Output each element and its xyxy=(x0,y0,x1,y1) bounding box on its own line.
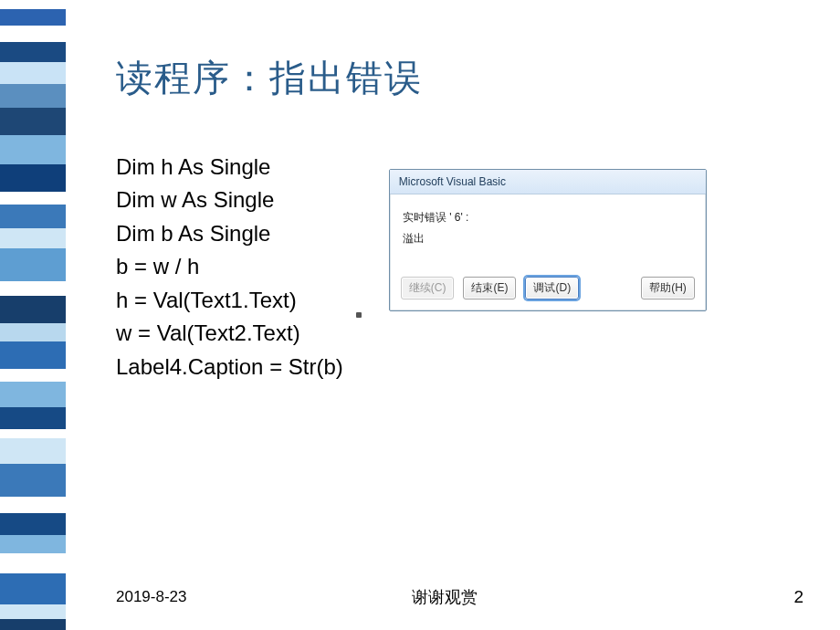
error-code-line: 实时错误 ' 6' : xyxy=(403,207,693,228)
stripe xyxy=(0,135,66,164)
vb-error-dialog: Microsoft Visual Basic 实时错误 ' 6' : 溢出 继续… xyxy=(389,169,707,311)
stripe xyxy=(0,0,66,9)
footer-date: 2019-8-23 xyxy=(116,588,187,606)
stripe xyxy=(0,573,66,604)
stripe xyxy=(0,535,66,553)
stripe xyxy=(0,464,66,497)
footer-center: 谢谢观赏 xyxy=(412,586,478,608)
stripe xyxy=(0,513,66,535)
stripe xyxy=(0,604,66,619)
stripe xyxy=(0,192,66,205)
stripe xyxy=(0,205,66,228)
debug-button[interactable]: 调试(D) xyxy=(525,277,579,299)
bullet-marker xyxy=(356,312,362,318)
slide-body: Dim h As Single Dim w As Single Dim b As… xyxy=(116,151,803,383)
footer-page-number: 2 xyxy=(793,587,803,607)
stripe xyxy=(0,438,66,464)
stripe xyxy=(0,42,66,62)
stripe xyxy=(0,323,66,341)
stripe xyxy=(0,619,66,630)
stripe xyxy=(0,164,66,192)
stripe xyxy=(0,429,66,438)
stripe xyxy=(0,497,66,513)
stripe xyxy=(0,407,66,429)
stripe xyxy=(0,248,66,281)
stripe xyxy=(0,108,66,135)
end-button[interactable]: 结束(E) xyxy=(463,277,516,299)
stripe xyxy=(0,84,66,108)
dialog-title: Microsoft Visual Basic xyxy=(390,170,706,194)
stripe xyxy=(0,9,66,26)
dialog-body: 实时错误 ' 6' : 溢出 xyxy=(390,194,706,268)
stripe xyxy=(0,26,66,42)
slide-footer: 2019-8-23 谢谢观赏 2 xyxy=(66,588,824,606)
code-block: Dim h As Single Dim w As Single Dim b As… xyxy=(116,151,343,383)
stripe xyxy=(0,296,66,323)
stripe xyxy=(0,341,66,369)
decorative-stripes xyxy=(0,0,66,630)
continue-button: 继续(C) xyxy=(401,277,455,299)
stripe xyxy=(0,369,66,382)
help-button[interactable]: 帮助(H) xyxy=(641,277,695,299)
error-message: 溢出 xyxy=(403,228,693,249)
stripe xyxy=(0,62,66,84)
stripe xyxy=(0,281,66,296)
slide-content: 读程序：指出错误 Dim h As Single Dim w As Single… xyxy=(66,0,840,630)
stripe xyxy=(0,228,66,248)
slide-title: 读程序：指出错误 xyxy=(116,53,803,103)
stripe xyxy=(0,553,66,573)
stripe xyxy=(0,382,66,407)
dialog-buttons: 继续(C) 结束(E) 调试(D) 帮助(H) xyxy=(390,268,706,310)
